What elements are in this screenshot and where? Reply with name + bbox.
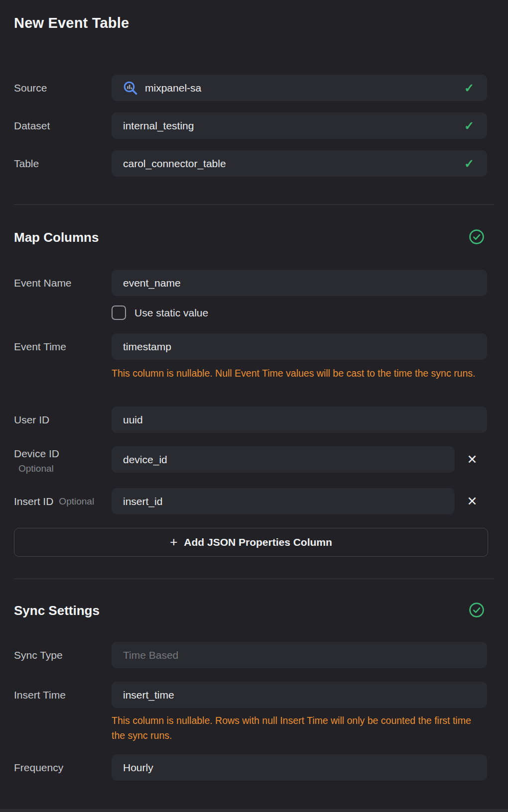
table-select[interactable]: carol_connector_table ✓ — [112, 150, 487, 177]
frequency-row: Frequency Hourly — [0, 754, 508, 781]
event-name-row: Event Name event_name — [0, 270, 508, 296]
event-name-label: Event Name — [14, 270, 72, 296]
insert-id-label-group: Insert ID Optional — [14, 488, 94, 514]
device-id-column-select[interactable]: device_id — [112, 446, 455, 473]
use-static-value-checkbox[interactable] — [112, 305, 126, 320]
static-value-row: Use static value — [112, 305, 208, 320]
source-row: Source mixpanel-sa ✓ — [0, 75, 508, 101]
dataset-label: Dataset — [14, 112, 50, 139]
source-valid-check-icon: ✓ — [464, 75, 474, 101]
insert-id-value: insert_id — [123, 496, 162, 508]
insert-time-nullable-warning: This column is nullable. Rows with null … — [112, 713, 483, 743]
event-time-value: timestamp — [123, 341, 171, 353]
dataset-value: internal_testing — [123, 120, 194, 132]
sync-type-label: Sync Type — [14, 642, 63, 668]
table-value: carol_connector_table — [123, 158, 226, 170]
section-divider — [14, 204, 494, 205]
dataset-valid-check-icon: ✓ — [464, 112, 474, 139]
page-title: New Event Table — [14, 15, 129, 31]
dataset-row: Dataset internal_testing ✓ — [0, 112, 508, 139]
user-id-value: uuid — [123, 414, 143, 426]
frequency-label: Frequency — [14, 754, 63, 781]
insert-id-row: Insert ID Optional insert_id ✕ — [0, 488, 508, 514]
bottom-panel-edge — [0, 809, 508, 812]
use-static-value-label: Use static value — [134, 307, 208, 319]
user-id-label: User ID — [14, 406, 49, 433]
table-label: Table — [14, 150, 39, 177]
device-id-label-group: Device ID Optional — [14, 447, 59, 475]
insert-time-row: Insert Time insert_time — [0, 682, 508, 708]
add-json-properties-label: Add JSON Properties Column — [184, 536, 332, 548]
event-time-nullable-warning: This column is nullable. Null Event Time… — [112, 366, 483, 381]
user-id-column-select[interactable]: uuid — [112, 406, 487, 433]
table-row: Table carol_connector_table ✓ — [0, 150, 508, 177]
sync-settings-heading: Sync Settings — [14, 603, 100, 618]
dataset-select[interactable]: internal_testing ✓ — [112, 112, 487, 139]
map-columns-complete-icon — [469, 229, 485, 245]
map-columns-heading: Map Columns — [14, 230, 99, 245]
insert-time-label: Insert Time — [14, 682, 66, 708]
device-id-optional-label: Optional — [14, 463, 59, 475]
sync-type-value: Time Based — [123, 649, 178, 661]
event-name-value: event_name — [123, 277, 181, 289]
sync-type-row: Sync Type Time Based — [0, 642, 508, 668]
insert-id-column-select[interactable]: insert_id — [112, 488, 455, 514]
table-valid-check-icon: ✓ — [464, 150, 474, 177]
frequency-value: Hourly — [123, 762, 153, 774]
event-name-column-select[interactable]: event_name — [112, 270, 487, 296]
source-select[interactable]: mixpanel-sa ✓ — [112, 75, 487, 101]
insert-time-value: insert_time — [123, 689, 174, 701]
sync-settings-complete-icon — [469, 602, 485, 618]
device-id-label: Device ID — [14, 447, 59, 460]
device-id-value: device_id — [123, 454, 167, 466]
source-label: Source — [14, 75, 47, 101]
event-time-column-select[interactable]: timestamp — [112, 333, 487, 360]
plus-icon: + — [170, 534, 177, 550]
source-value: mixpanel-sa — [145, 82, 201, 94]
frequency-select[interactable]: Hourly — [112, 754, 487, 781]
new-event-table-form: New Event Table Source mixpanel-sa ✓ Dat… — [0, 0, 508, 812]
device-id-row: Device ID Optional device_id ✕ — [0, 446, 508, 473]
sync-type-select: Time Based — [112, 642, 487, 668]
event-time-label: Event Time — [14, 333, 66, 360]
insert-id-label: Insert ID — [14, 496, 53, 508]
user-id-row: User ID uuid — [0, 406, 508, 433]
device-id-remove-icon[interactable]: ✕ — [465, 446, 480, 473]
mixpanel-source-icon — [123, 81, 138, 96]
insert-id-optional-label: Optional — [59, 496, 94, 507]
section-divider — [14, 579, 494, 579]
insert-id-remove-icon[interactable]: ✕ — [465, 488, 480, 514]
event-time-row: Event Time timestamp — [0, 333, 508, 360]
add-json-properties-button[interactable]: + Add JSON Properties Column — [14, 528, 488, 557]
insert-time-column-select[interactable]: insert_time — [112, 682, 487, 708]
